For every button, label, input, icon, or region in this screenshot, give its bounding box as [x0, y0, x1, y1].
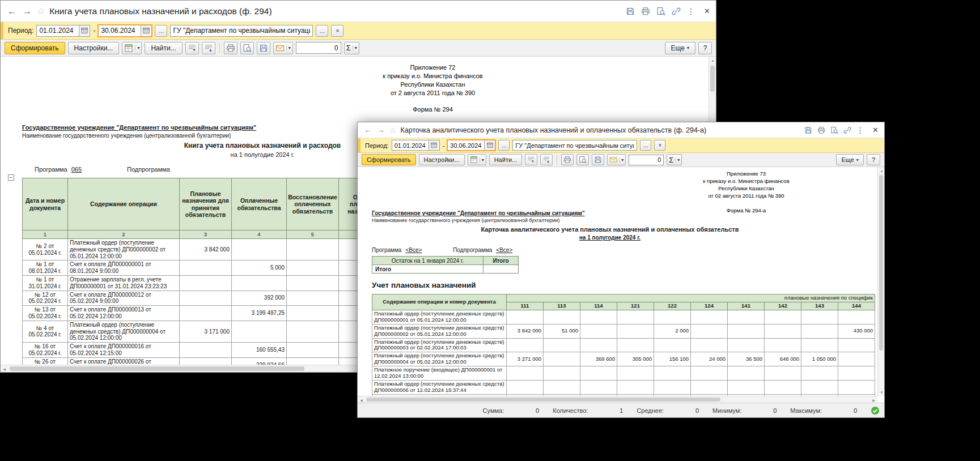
restored-amount-cell[interactable]	[287, 275, 339, 291]
scrollbar-thumb[interactable]	[366, 398, 720, 402]
calendar-icon[interactable]	[79, 25, 90, 37]
plan-amount-cell[interactable]	[544, 338, 580, 352]
plan-amount-cell[interactable]: 3 842 000	[180, 239, 232, 261]
plan-amount-cell[interactable]	[728, 310, 765, 324]
plan-amount-cell[interactable]	[765, 324, 801, 338]
plan-amount-cell[interactable]	[654, 381, 691, 395]
settings-button[interactable]: Настройки...	[419, 154, 465, 165]
scrollbar-thumb[interactable]	[879, 175, 883, 351]
spec-code-header[interactable]: 114	[580, 302, 617, 310]
print-icon[interactable]	[641, 7, 650, 16]
plan-amount-cell[interactable]	[617, 324, 654, 338]
plan-amount-cell[interactable]	[544, 366, 580, 381]
plan-amount-cell[interactable]	[691, 324, 728, 338]
doc-cell[interactable]: № 1 от 31.01.2024 г.	[23, 275, 68, 291]
plan-amount-cell[interactable]: 3 171 000	[180, 321, 232, 342]
horizontal-scrollbar[interactable]: ◀ ▶	[358, 396, 877, 403]
period-from-input[interactable]	[36, 25, 79, 37]
operation-cell[interactable]: Платежный ордер (поступление денежных ср…	[68, 239, 180, 261]
paid-amount-cell[interactable]	[232, 239, 287, 261]
plan-amount-cell[interactable]	[728, 381, 765, 395]
doc-cell[interactable]: № 2 от 05.01.2024 г.	[23, 239, 68, 261]
print-preview-icon[interactable]	[656, 7, 665, 16]
paid-amount-cell[interactable]: 160 555,43	[232, 343, 287, 358]
plan-amount-cell[interactable]	[801, 366, 838, 381]
plan-amount-cell[interactable]	[838, 352, 875, 366]
close-icon[interactable]: ✕	[872, 126, 879, 134]
paid-amount-cell[interactable]	[232, 275, 287, 291]
operation-cell[interactable]: Отражение зарплаты в регл. учете ДП00000…	[68, 275, 180, 291]
more-button[interactable]: Еще ▾	[665, 42, 695, 54]
more-menu-icon[interactable]: ⋮	[687, 7, 695, 16]
print-preview-icon[interactable]	[830, 126, 838, 134]
operation-cell[interactable]: Счет к оплате ДП000000013 от 05.02.2024 …	[68, 306, 180, 321]
plan-amount-cell[interactable]	[838, 310, 875, 324]
close-icon[interactable]: ✕	[704, 7, 710, 15]
back-arrow-icon[interactable]: ←	[363, 126, 372, 134]
spec-code-header[interactable]: 141	[728, 302, 765, 310]
operation-cell[interactable]: Счет к оплате ДП000000001 от 08.01.2024 …	[68, 261, 180, 276]
plan-amount-cell[interactable]	[728, 366, 765, 381]
calendar-icon[interactable]	[141, 25, 152, 37]
operation-cell[interactable]: Счет к оплате ДП000000012 от 05.02.2024 …	[68, 291, 180, 306]
collapse-groups-button[interactable]	[185, 42, 199, 54]
autosum-value-input[interactable]	[296, 42, 341, 54]
restored-amount-cell[interactable]	[287, 291, 339, 306]
back-arrow-icon[interactable]: ←	[6, 6, 18, 16]
plan-amount-cell[interactable]	[180, 357, 232, 365]
plan-amount-cell[interactable]	[691, 310, 728, 324]
autosum-button[interactable]: Σ ▾	[344, 42, 359, 54]
more-menu-icon[interactable]: ⋮	[856, 126, 864, 135]
spec-code-header[interactable]: 113	[544, 302, 580, 310]
spec-code-header[interactable]: 143	[801, 302, 838, 310]
generate-button[interactable]: Сформировать	[5, 42, 65, 54]
plan-doc-cell[interactable]: Платежный ордер (поступление денежных ср…	[372, 381, 507, 395]
paid-amount-cell[interactable]: 3 199 497,25	[232, 306, 287, 321]
plan-amount-cell[interactable]: 24 000	[691, 352, 728, 366]
plan-amount-cell[interactable]	[580, 310, 617, 324]
operation-cell[interactable]: Счет к оплате ДП000000016 от 05.02.2024 …	[68, 343, 180, 358]
doc-cell[interactable]: № 12 от 05.02.2024 г.	[23, 291, 68, 306]
toolbar-print-button[interactable]	[224, 42, 237, 54]
spec-code-header[interactable]: 144	[838, 302, 875, 310]
plan-doc-cell[interactable]: Платежный ордер (поступление денежных ср…	[372, 338, 507, 352]
plan-amount-cell[interactable]: 369 600	[580, 352, 617, 366]
period-to-input[interactable]	[98, 25, 141, 37]
balance-total-value[interactable]	[483, 265, 519, 274]
period-from-input[interactable]	[392, 140, 429, 151]
autosum-value-input[interactable]	[629, 155, 664, 165]
toolbar-save-button[interactable]	[592, 154, 604, 165]
report-variant-button[interactable]: ▾	[468, 154, 486, 165]
paid-amount-cell[interactable]: 229 924,66	[232, 357, 287, 365]
toolbar-save-button[interactable]	[257, 42, 270, 54]
send-mail-button[interactable]: ▾	[273, 42, 293, 54]
operation-cell[interactable]: Счет к оплате ДП000000026 от 19.02.2024 …	[68, 357, 180, 365]
toolbar-preview-button[interactable]	[240, 42, 254, 54]
link-icon[interactable]	[843, 126, 851, 134]
plan-amount-cell[interactable]	[728, 324, 765, 338]
plan-amount-cell[interactable]	[617, 381, 654, 395]
scroll-left-icon[interactable]: ◀	[358, 396, 365, 403]
forward-arrow-icon[interactable]: →	[376, 126, 385, 134]
plan-amount-cell[interactable]	[617, 338, 654, 352]
collapse-groups-button[interactable]	[525, 154, 537, 165]
plan-amount-cell[interactable]	[801, 324, 838, 338]
plan-doc-cell[interactable]: Платежное поручение (входящее) ДП0000000…	[372, 366, 507, 381]
plan-amount-cell[interactable]: 648 000	[765, 352, 801, 366]
plan-amount-cell[interactable]	[654, 366, 691, 381]
doc-cell[interactable]: № 1 от 08.01.2024 г.	[23, 261, 68, 276]
organization-ellipsis-button[interactable]: ...	[640, 140, 651, 151]
plan-amount-cell[interactable]	[580, 338, 617, 352]
plan-amount-cell[interactable]: 430 000	[838, 324, 875, 338]
scrollbar-thumb[interactable]	[10, 366, 304, 371]
plan-amount-cell[interactable]: 3 842 000	[507, 324, 544, 338]
period-ellipsis-button[interactable]: ...	[498, 140, 510, 151]
plan-amount-cell[interactable]	[507, 366, 544, 381]
vertical-scrollbar[interactable]: ▲ ▼	[877, 167, 884, 396]
plan-amount-cell[interactable]: 3 271 000	[507, 352, 544, 366]
restored-amount-cell[interactable]	[287, 343, 339, 358]
doc-cell[interactable]: № 16 от 05.02.2024 г.	[23, 343, 68, 358]
operation-cell[interactable]: Платежный ордер (поступление денежных ср…	[68, 321, 180, 342]
plan-amount-cell[interactable]: 156 100	[654, 352, 691, 366]
plan-amount-cell[interactable]	[544, 310, 580, 324]
